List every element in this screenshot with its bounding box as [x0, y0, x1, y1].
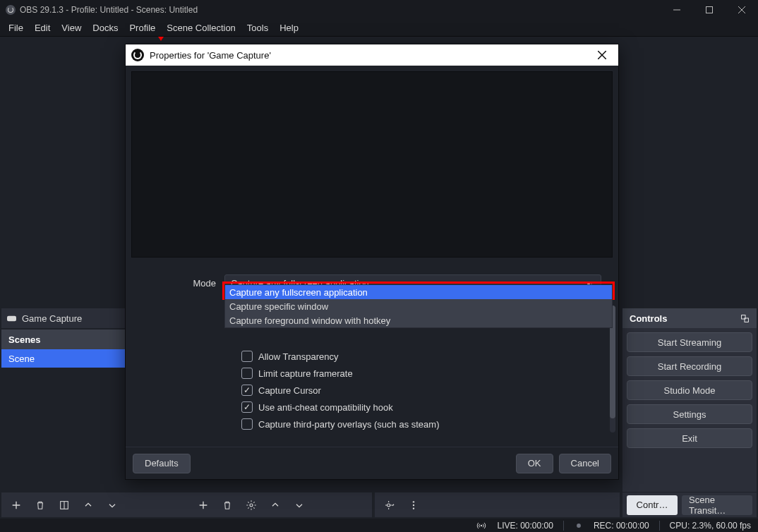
mode-label: Mode: [143, 278, 224, 289]
sources-toolbar: [188, 492, 372, 517]
ok-button[interactable]: OK: [516, 454, 553, 473]
menu-profile[interactable]: Profile: [124, 20, 161, 35]
svg-point-9: [413, 504, 414, 505]
third-party-overlays-checkbox[interactable]: Capture third-party overlays (such as st…: [241, 418, 601, 430]
start-recording-button[interactable]: Start Recording: [627, 356, 752, 376]
menu-bar: File Edit View Docks Profile Scene Colle…: [0, 19, 758, 37]
checkbox-icon: [241, 351, 253, 362]
mixer-toolbar: [375, 492, 620, 517]
menu-indicator-icon: [158, 37, 164, 41]
menu-tools[interactable]: Tools: [241, 20, 274, 35]
anti-cheat-checkbox[interactable]: Use anti-cheat compatibility hook: [241, 401, 601, 413]
move-source-up-button[interactable]: [266, 496, 284, 514]
dialog-preview: [131, 71, 613, 258]
tab-scene-transitions[interactable]: Scene Transit…: [682, 495, 752, 515]
cancel-button[interactable]: Cancel: [559, 454, 611, 473]
dialog-close-button[interactable]: [591, 45, 613, 65]
source-label: Game Capture: [22, 313, 82, 324]
dialog-body: Mode Capture any fullscreen application …: [126, 263, 618, 447]
checkbox-icon: [241, 418, 253, 430]
controls-tabbar: Contr… Scene Transit…: [622, 492, 757, 517]
svg-rect-1: [706, 6, 713, 13]
dialog-titlebar[interactable]: Properties for 'Game Capture': [126, 44, 618, 66]
tab-controls[interactable]: Contr…: [627, 495, 678, 515]
move-scene-up-button[interactable]: [79, 496, 97, 514]
menu-view[interactable]: View: [56, 20, 87, 35]
add-source-button[interactable]: [194, 496, 212, 514]
dialog-title-text: Properties for 'Game Capture': [150, 50, 271, 61]
mode-dropdown: Capture any fullscreen application Captu…: [224, 284, 613, 328]
mode-option-specific-window[interactable]: Capture specific window: [225, 299, 612, 313]
menu-file[interactable]: File: [3, 20, 29, 35]
app-logo-icon: [6, 5, 16, 15]
controls-list: Start Streaming Start Recording Studio M…: [622, 328, 757, 492]
menu-edit[interactable]: Edit: [29, 20, 56, 35]
remove-scene-button[interactable]: [31, 496, 49, 514]
close-button[interactable]: [726, 0, 758, 19]
svg-point-8: [413, 501, 414, 502]
maximize-button[interactable]: [693, 0, 726, 19]
scene-filters-button[interactable]: [55, 496, 73, 514]
status-rec: REC: 00:00:00: [594, 521, 649, 531]
properties-dialog: Properties for 'Game Capture' Mode Captu…: [125, 44, 619, 480]
record-dot-icon: [574, 521, 584, 531]
mode-option-fullscreen[interactable]: Capture any fullscreen application: [225, 285, 612, 299]
exit-button[interactable]: Exit: [627, 428, 752, 448]
menu-docks[interactable]: Docks: [87, 20, 124, 35]
dialog-footer: Defaults OK Cancel: [126, 447, 618, 479]
remove-source-button[interactable]: [218, 496, 236, 514]
gamepad-icon: [7, 314, 16, 323]
svg-point-10: [413, 507, 414, 509]
checkbox-icon: [241, 368, 253, 379]
broadcast-icon: [476, 521, 487, 531]
limit-framerate-checkbox[interactable]: Limit capture framerate: [241, 368, 601, 379]
move-scene-down-button[interactable]: [103, 496, 121, 514]
move-source-down-button[interactable]: [290, 496, 308, 514]
controls-header: Controls: [622, 308, 757, 328]
mode-option-foreground-hotkey[interactable]: Capture foreground window with hotkey: [225, 313, 612, 327]
start-streaming-button[interactable]: Start Streaming: [627, 332, 752, 352]
mixer-settings-button[interactable]: [380, 496, 399, 514]
status-bar: LIVE: 00:00:00 REC: 00:00:00 CPU: 2.3%, …: [0, 519, 758, 532]
source-properties-button[interactable]: [242, 496, 260, 514]
svg-point-13: [481, 524, 482, 526]
menu-scene-collection[interactable]: Scene Collection: [161, 20, 241, 35]
checkbox-checked-icon: [241, 401, 253, 413]
menu-help[interactable]: Help: [274, 20, 304, 35]
svg-point-6: [250, 504, 253, 507]
status-cpu: CPU: 2.3%, 60.00 fps: [670, 521, 751, 531]
dock-popout-icon[interactable]: [740, 314, 750, 323]
svg-point-7: [387, 504, 390, 507]
minimize-button[interactable]: [661, 0, 693, 19]
status-live: LIVE: 00:00:00: [497, 521, 553, 531]
defaults-button[interactable]: Defaults: [133, 454, 191, 473]
studio-mode-button[interactable]: Studio Mode: [627, 380, 752, 400]
capture-cursor-checkbox[interactable]: Capture Cursor: [241, 385, 601, 396]
allow-transparency-checkbox[interactable]: Allow Transparency: [241, 351, 601, 362]
window-title: OBS 29.1.3 - Profile: Untitled - Scenes:…: [20, 5, 198, 15]
scenes-toolbar: [1, 492, 188, 517]
add-scene-button[interactable]: [7, 496, 25, 514]
title-bar: OBS 29.1.3 - Profile: Untitled - Scenes:…: [0, 0, 758, 19]
settings-button[interactable]: Settings: [627, 404, 752, 424]
svg-point-14: [577, 524, 581, 528]
mixer-menu-button[interactable]: [404, 496, 423, 514]
checkbox-checked-icon: [241, 385, 253, 396]
dialog-logo-icon: [131, 49, 144, 61]
